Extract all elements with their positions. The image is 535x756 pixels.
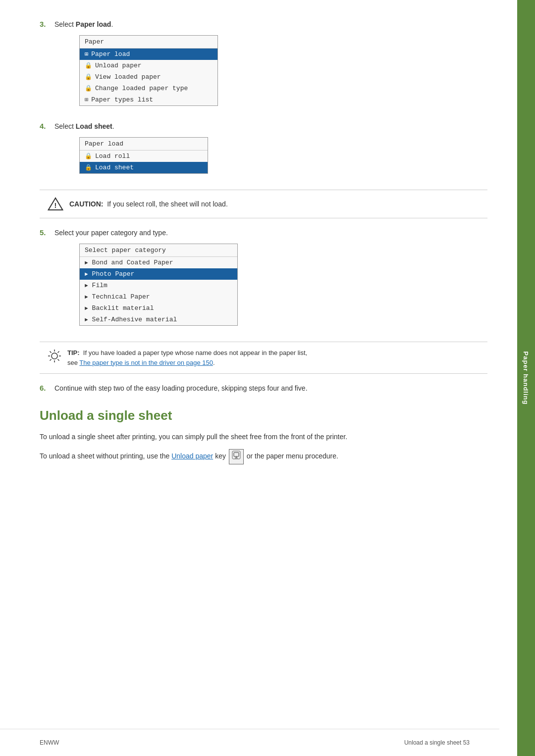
svg-point-2 bbox=[52, 353, 57, 359]
step-4: 4. Select Load sheet. Paper load 🔒 Load … bbox=[40, 122, 487, 174]
select-menu-title: Select paper category bbox=[80, 244, 237, 257]
tip-box: TIP: If you have loaded a paper type who… bbox=[40, 342, 487, 374]
caution-message: If you select roll, the sheet will not l… bbox=[107, 200, 228, 208]
caution-text: CAUTION: If you select roll, the sheet w… bbox=[69, 200, 228, 208]
menu-item-load-sheet[interactable]: 🔒 Load sheet bbox=[80, 162, 208, 173]
step-5: 5. Select your paper category and type. … bbox=[40, 228, 487, 326]
menu-item-view-loaded[interactable]: 🔒 View loaded paper bbox=[80, 71, 217, 83]
para2-before: To unload a sheet without printing, use … bbox=[40, 452, 171, 460]
menu-item-label-paper-load: Paper load bbox=[91, 50, 130, 58]
menu-item-unload-paper[interactable]: 🔒 Unload paper bbox=[80, 60, 217, 71]
lock-icon-5: 🔒 bbox=[85, 164, 92, 171]
svg-line-9 bbox=[58, 352, 59, 353]
select-item-label-technical: Technical Paper bbox=[92, 293, 150, 301]
arrow-icon-5: ► bbox=[85, 305, 88, 311]
para2-after: or the paper menu procedure. bbox=[247, 452, 338, 460]
menu-item-label-view: View loaded paper bbox=[95, 73, 161, 81]
select-item-bond[interactable]: ► Bond and Coated Paper bbox=[80, 257, 237, 268]
arrow-icon-3: ► bbox=[85, 283, 88, 289]
menu-item-label-change: Change loaded paper type bbox=[95, 85, 188, 92]
lock-icon-1: 🔒 bbox=[85, 62, 92, 69]
arrow-icon-1: ► bbox=[85, 260, 88, 266]
plus-icon-1: ⊞ bbox=[85, 50, 88, 58]
para2-middle: key bbox=[213, 452, 228, 460]
select-item-label-film: Film bbox=[92, 282, 107, 289]
svg-text:!: ! bbox=[54, 202, 57, 209]
unload-key-button bbox=[229, 449, 244, 464]
select-item-film[interactable]: ► Film bbox=[80, 280, 237, 291]
step-6: 6. Continue with step two of the easy lo… bbox=[40, 384, 487, 392]
menu-item-change-loaded[interactable]: 🔒 Change loaded paper type bbox=[80, 83, 217, 94]
arrow-icon-4: ► bbox=[85, 294, 88, 300]
tip-sun-icon bbox=[48, 349, 61, 363]
svg-line-8 bbox=[58, 359, 59, 361]
tip-text-before: If you have loaded a paper type whose na… bbox=[83, 349, 307, 356]
select-item-label-bond: Bond and Coated Paper bbox=[92, 259, 173, 266]
menu-item-paper-types[interactable]: ⊞ Paper types list bbox=[80, 94, 217, 105]
menu-item-label-unload: Unload paper bbox=[95, 62, 142, 69]
unload-section: Unload a single sheet To unload a single… bbox=[40, 408, 487, 464]
menu-item-label-types: Paper types list bbox=[91, 96, 153, 103]
step-5-number: 5. bbox=[40, 228, 54, 237]
svg-line-10 bbox=[50, 359, 52, 361]
menu-item-load-roll[interactable]: 🔒 Load roll bbox=[80, 151, 208, 162]
menu-item-label-roll: Load roll bbox=[95, 152, 130, 160]
step-4-text: Select Load sheet. bbox=[54, 122, 114, 130]
page-footer: ENWW Unload a single sheet 53 bbox=[0, 729, 499, 756]
caution-box: ! CAUTION: If you select roll, the sheet… bbox=[40, 190, 487, 218]
lock-icon-3: 🔒 bbox=[85, 85, 92, 92]
load-sheet-menu: Paper load 🔒 Load roll 🔒 Load sheet bbox=[79, 137, 208, 174]
tip-content: TIP: If you have loaded a paper type who… bbox=[67, 348, 307, 367]
caution-triangle-icon: ! bbox=[48, 196, 63, 212]
select-item-backlit[interactable]: ► Backlit material bbox=[80, 302, 237, 314]
select-item-adhesive[interactable]: ► Self-Adhesive material bbox=[80, 314, 237, 325]
step-4-number: 4. bbox=[40, 122, 54, 130]
tip-text-after: . bbox=[213, 359, 215, 366]
step-5-text: Select your paper category and type. bbox=[54, 229, 168, 237]
section-para1: To unload a single sheet after printing,… bbox=[40, 431, 487, 442]
menu-item-paper-load[interactable]: ⊞ Paper load bbox=[80, 49, 217, 60]
arrow-icon-6: ► bbox=[85, 317, 88, 323]
step-3-number: 3. bbox=[40, 20, 54, 28]
lock-icon-4: 🔒 bbox=[85, 152, 92, 160]
menu-title-paper: Paper bbox=[80, 36, 217, 49]
select-paper-category-menu: Select paper category ► Bond and Coated … bbox=[79, 244, 238, 326]
footer-left: ENWW bbox=[40, 739, 59, 746]
side-tab-label: Paper handling bbox=[523, 352, 530, 405]
select-item-label-photo: Photo Paper bbox=[92, 270, 135, 278]
plus-icon-2: ⊞ bbox=[85, 96, 88, 103]
step-6-number: 6. bbox=[40, 384, 54, 392]
select-item-photo[interactable]: ► Photo Paper bbox=[80, 268, 237, 280]
step-6-text: Continue with step two of the easy loadi… bbox=[54, 384, 308, 392]
lock-icon-2: 🔒 bbox=[85, 73, 92, 81]
svg-line-7 bbox=[50, 352, 52, 353]
menu-title-paper-load: Paper load bbox=[80, 138, 208, 151]
step-3: 3. Select Paper load. Paper ⊞ Paper load… bbox=[40, 20, 487, 106]
step-3-bold: Paper load bbox=[76, 20, 111, 28]
select-item-label-adhesive: Self-Adhesive material bbox=[92, 316, 177, 323]
select-item-technical[interactable]: ► Technical Paper bbox=[80, 291, 237, 302]
unload-key-icon-svg bbox=[232, 451, 241, 459]
side-tab-paper-handling: Paper handling bbox=[517, 0, 535, 756]
menu-item-label-sheet: Load sheet bbox=[95, 164, 134, 171]
step-4-bold: Load sheet bbox=[76, 122, 112, 130]
arrow-icon-2: ► bbox=[85, 271, 88, 277]
section-title: Unload a single sheet bbox=[40, 408, 487, 423]
caution-label: CAUTION: bbox=[69, 200, 103, 208]
paper-load-menu: Paper ⊞ Paper load 🔒 Unload paper 🔒 View… bbox=[79, 35, 218, 106]
footer-right: Unload a single sheet 53 bbox=[404, 739, 470, 746]
section-para2: To unload a sheet without printing, use … bbox=[40, 449, 487, 464]
select-item-label-backlit: Backlit material bbox=[92, 304, 154, 312]
step-3-text: Select Paper load. bbox=[54, 20, 113, 28]
tip-label: TIP: bbox=[67, 349, 80, 356]
tip-link[interactable]: The paper type is not in the driver on p… bbox=[79, 359, 213, 366]
unload-paper-link[interactable]: Unload paper bbox=[171, 452, 213, 460]
tip-text-see: see bbox=[67, 359, 79, 366]
